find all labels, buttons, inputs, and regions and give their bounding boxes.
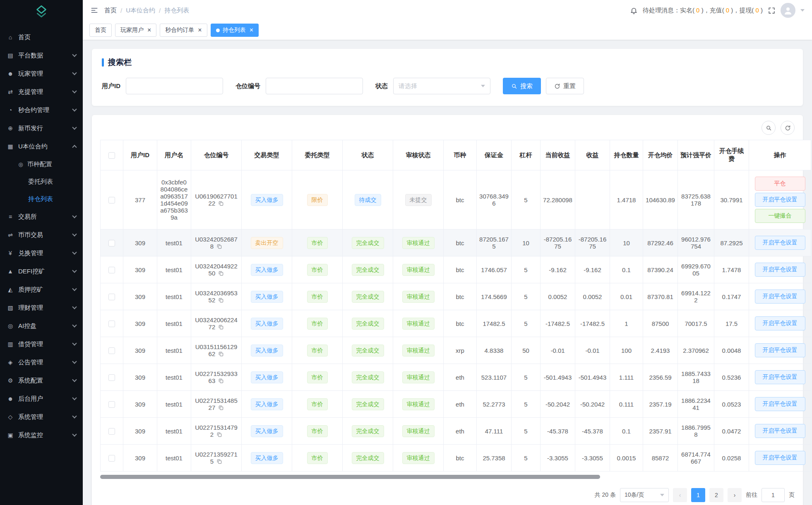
- sidebar-item-position-list[interactable]: 持仓列表: [0, 190, 83, 208]
- tab-seconds-contract-orders[interactable]: 秒合约订单×: [160, 24, 207, 37]
- topbar-right: 待处理消息：实名( 0 )，充值( 0 )，提现( 0 ): [630, 3, 805, 18]
- sidebar-item-system-config[interactable]: ⚙系统配置: [0, 371, 83, 390]
- open-close-setting-button[interactable]: 开启平仓设置: [755, 343, 805, 357]
- copy-icon[interactable]: [218, 201, 224, 206]
- cell-order-type: 市价: [292, 364, 343, 391]
- chevron-down-icon: [72, 70, 77, 75]
- copy-icon[interactable]: [216, 432, 222, 438]
- copy-icon[interactable]: [218, 405, 224, 411]
- row-checkbox[interactable]: [108, 197, 115, 203]
- search-toggle-button[interactable]: [762, 121, 776, 135]
- copy-icon[interactable]: [218, 378, 224, 384]
- open-close-setting-button[interactable]: 开启平仓设置: [755, 290, 805, 304]
- chevron-down-icon: [72, 341, 77, 345]
- open-close-setting-button[interactable]: 开启平仓设置: [755, 370, 805, 384]
- breadcrumb-item[interactable]: 首页: [104, 7, 117, 14]
- sidebar-item-platform-data[interactable]: ▤平台数据: [0, 46, 83, 65]
- tab-player-users[interactable]: 玩家用户×: [115, 24, 156, 37]
- sidebar-item-defi-mining[interactable]: ▲DEFI挖矿: [0, 262, 83, 280]
- sidebar-item-home[interactable]: ⌂首页: [0, 28, 83, 46]
- sidebar-item-deposit-withdraw[interactable]: ⇄充提管理: [0, 83, 83, 101]
- horizontal-scrollbar[interactable]: [100, 475, 600, 479]
- row-checkbox[interactable]: [108, 294, 115, 300]
- user-id-input[interactable]: [126, 78, 223, 94]
- sidebar-item-coin-config[interactable]: ◎币种配置: [0, 156, 83, 173]
- sidebar-item-player-management[interactable]: ☻玩家管理: [0, 65, 83, 83]
- fullscreen-icon[interactable]: [768, 7, 776, 14]
- close-icon[interactable]: ×: [198, 27, 202, 34]
- sidebar-item-seconds-contract[interactable]: ◔秒合约管理: [0, 101, 83, 119]
- close-icon[interactable]: ×: [147, 27, 151, 34]
- row-checkbox[interactable]: [108, 374, 115, 381]
- sidebar-item-lending-management[interactable]: ▥借贷管理: [0, 335, 83, 353]
- cell-open-fee: 1.7478: [714, 256, 749, 283]
- close-icon[interactable]: ×: [250, 27, 253, 34]
- message-realname[interactable]: 实名( 0 ): [680, 7, 704, 14]
- open-close-setting-button[interactable]: 开启平仓设置: [755, 193, 805, 207]
- tab-positions-list[interactable]: 持仓列表×: [211, 24, 259, 37]
- goto-page-input[interactable]: [762, 488, 785, 502]
- row-checkbox[interactable]: [108, 455, 115, 462]
- chevron-down-icon[interactable]: [800, 9, 805, 12]
- sidebar-item-new-coin-issue[interactable]: ⊕新币发行: [0, 119, 83, 137]
- open-close-setting-button[interactable]: 开启平仓设置: [755, 236, 805, 250]
- page-button-1[interactable]: 1: [691, 488, 705, 502]
- copy-icon[interactable]: [218, 270, 224, 276]
- column-header: 收益: [575, 140, 610, 170]
- open-close-setting-button[interactable]: 开启平仓设置: [755, 397, 805, 411]
- copy-icon[interactable]: [216, 244, 222, 249]
- sidebar-item-admin-users[interactable]: ☻后台用户: [0, 390, 83, 408]
- row-checkbox[interactable]: [108, 428, 115, 435]
- column-header: 交易类型: [242, 140, 292, 170]
- sidebar-menu: ⌂首页▤平台数据☻玩家管理⇄充提管理◔秒合约管理⊕新币发行▦U本位合约◎币种配置…: [0, 26, 83, 505]
- open-close-setting-button[interactable]: 开启平仓设置: [755, 316, 805, 330]
- sidebar-item-spot-trading[interactable]: ⇌币币交易: [0, 226, 83, 244]
- copy-icon[interactable]: [216, 459, 222, 464]
- sidebar-item-ai-control[interactable]: ◎AI控盘: [0, 317, 83, 335]
- row-checkbox[interactable]: [108, 401, 115, 408]
- close-position-button[interactable]: 平仓: [755, 177, 805, 191]
- breadcrumb-item[interactable]: U本位合约: [126, 7, 155, 14]
- row-checkbox[interactable]: [108, 240, 115, 247]
- sidebar-item-announcement[interactable]: ◈公告管理: [0, 353, 83, 371]
- sidebar-item-system-management[interactable]: ◇系统管理: [0, 408, 83, 426]
- sidebar-item-exchange[interactable]: ≡交易所: [0, 208, 83, 226]
- bell-icon[interactable]: [630, 7, 638, 14]
- cell-liquidation-price: 96012.976754: [678, 230, 714, 256]
- search-button[interactable]: 搜索: [503, 78, 541, 94]
- copy-icon[interactable]: [218, 324, 224, 330]
- select-all-checkbox[interactable]: [108, 152, 115, 159]
- refresh-button[interactable]: [781, 121, 795, 135]
- row-checkbox[interactable]: [108, 347, 115, 354]
- sidebar-item-staking-mining[interactable]: ◭质押挖矿: [0, 280, 83, 299]
- row-checkbox[interactable]: [108, 267, 115, 273]
- hamburger-icon[interactable]: [90, 6, 98, 14]
- cell-status: 完全成交: [343, 310, 393, 337]
- sidebar-item-order-list[interactable]: 委托列表: [0, 173, 83, 190]
- next-page-button[interactable]: ›: [728, 488, 742, 502]
- position-no-input[interactable]: [266, 78, 363, 94]
- sidebar-item-system-monitor[interactable]: ▣系统监控: [0, 426, 83, 444]
- row-checkbox[interactable]: [108, 321, 115, 327]
- message-deposit[interactable]: 充值( 0 ): [710, 7, 733, 14]
- reset-button[interactable]: 重置: [546, 78, 584, 94]
- usdt-contract-icon: ▦: [7, 143, 14, 150]
- open-close-setting-button[interactable]: 开启平仓设置: [755, 263, 805, 277]
- sidebar-item-usdt-contract[interactable]: ▦U本位合约: [0, 137, 83, 156]
- search-panel-header: 搜索栏: [102, 57, 793, 68]
- status-select[interactable]: 请选择: [393, 78, 490, 94]
- tab-home[interactable]: 首页: [89, 24, 112, 37]
- open-close-setting-button[interactable]: 开启平仓设置: [755, 424, 805, 438]
- open-close-setting-button[interactable]: 开启平仓设置: [755, 451, 805, 465]
- message-withdraw[interactable]: 提现( 0 ): [739, 7, 763, 14]
- page-button-2[interactable]: 2: [709, 488, 723, 502]
- sidebar-item-wealth-management[interactable]: ▧理财管理: [0, 299, 83, 317]
- cell-order-type: 市价: [292, 310, 343, 337]
- one-click-match-button[interactable]: 一键撮合: [755, 209, 805, 223]
- avatar[interactable]: [781, 3, 795, 18]
- page-size-select[interactable]: 10条/页: [620, 488, 669, 502]
- copy-icon[interactable]: [218, 297, 224, 303]
- sidebar-item-swap-management[interactable]: ¥兑换管理: [0, 244, 83, 262]
- copy-icon[interactable]: [218, 351, 224, 357]
- prev-page-button[interactable]: ‹: [673, 488, 687, 502]
